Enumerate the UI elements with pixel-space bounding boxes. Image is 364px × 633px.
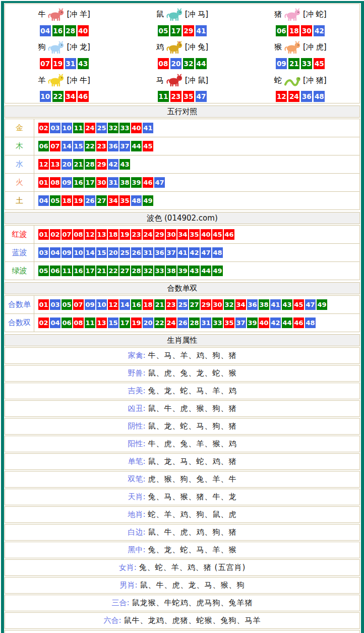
row-numbers: 0204060811131517192022242628313335373940… <box>34 314 316 332</box>
number-ball: 25 <box>96 123 107 133</box>
number-ball: 43 <box>78 58 89 69</box>
attribute-row: 单笔:鼠、龙、马、蛇、鸡、猪 <box>5 453 360 470</box>
number-ball: 02 <box>38 318 49 328</box>
attribute-row: 琴:兔蛇鸡棋:鼠牛狗书:虎龙马画:羊猴猪 <box>5 630 360 633</box>
number-ball: 20 <box>108 247 118 258</box>
number-ball: 35 <box>189 229 200 240</box>
number-ball: 42 <box>108 159 118 170</box>
number-ball: 23 <box>166 299 176 310</box>
attribute-segment: 阳性:牛、虎、兔、羊、猴、鸡 <box>128 439 236 449</box>
section-title-shengxiao: 生肖属性 <box>167 336 198 345</box>
number-ball: 14 <box>85 247 95 258</box>
number-ball: 31 <box>201 318 211 328</box>
attribute-row: 双笔:虎、猴、狗、兔、羊、牛 <box>5 471 360 488</box>
number-row: 火0108091617303138394647 <box>5 173 359 191</box>
number-ball: 13 <box>96 318 107 328</box>
attribute-segment: 单笔:鼠、龙、马、蛇、鸡、猪 <box>128 457 236 466</box>
number-row: 水1213202128294243 <box>5 155 359 173</box>
section-header-wuxing: 五行对照 <box>5 106 360 118</box>
number-ball: 13 <box>96 229 107 240</box>
number-ball: 29 <box>96 159 107 170</box>
section-title-wuxing: 五行对照 <box>167 107 198 117</box>
number-ball: 21 <box>288 58 299 69</box>
number-ball: 29 <box>201 299 211 310</box>
content: 牛[冲 羊]04162840鼠[冲 马]05172941猪[冲 蛇]061830… <box>5 4 360 633</box>
attribute-row: 天肖:兔、马、猴、猪、牛、龙 <box>5 489 360 505</box>
number-ball: 31 <box>143 247 153 258</box>
attribute-label: 家禽: <box>128 351 145 360</box>
attribute-segment: 三合:鼠龙猴、牛蛇鸡、虎马狗、兔羊猪 <box>111 598 253 608</box>
attribute-row: 六合:鼠牛、龙鸡、虎猪、蛇猴、兔狗、马羊 <box>5 612 360 629</box>
number-ball: 28 <box>65 25 76 36</box>
attribute-label: 地肖: <box>128 510 145 519</box>
attribute-label: 凶丑: <box>128 404 145 413</box>
number-ball: 12 <box>276 91 287 102</box>
row-label: 木 <box>5 137 34 155</box>
number-ball: 11 <box>73 123 84 133</box>
attribute-label: 双笔: <box>128 474 145 484</box>
number-ball: 13 <box>50 159 60 170</box>
number-ball: 04 <box>40 25 51 36</box>
attribute-row: 野兽:鼠、虎、兔、龙、蛇、猴 <box>5 365 360 382</box>
number-ball: 28 <box>85 159 95 170</box>
number-ball: 33 <box>119 123 130 133</box>
attribute-segment: 白边:鼠、牛、虎、鸡、狗、猪 <box>128 528 236 537</box>
row-label: 水 <box>5 155 34 173</box>
number-ball: 43 <box>119 159 130 170</box>
zodiac-name: 蛇 <box>274 76 282 85</box>
zodiac-clash-label: [冲 蛇] <box>303 10 326 19</box>
attribute-row: 男肖:鼠、牛、虎、龙、马、猴、狗 <box>5 577 360 594</box>
zodiac-header: 马[冲 鼠] <box>156 72 208 89</box>
row-label: 红波 <box>5 226 34 243</box>
number-ball: 12 <box>108 299 118 310</box>
attribute-segment: 阴性:鼠、龙、蛇、马、狗、猪 <box>128 421 236 431</box>
zodiac-cell: 鸡[冲 兔]08203244 <box>123 37 241 70</box>
attribute-label: 吉美: <box>128 386 145 396</box>
attribute-segment: 家禽:牛、马、羊、鸡、狗、猪 <box>128 351 236 360</box>
number-row: 合数双0204060811131517192022242628313335373… <box>5 313 359 332</box>
number-ball: 22 <box>154 318 165 328</box>
row-numbers: 02031011242532334041 <box>34 119 153 137</box>
zodiac-header: 蛇[冲 猪] <box>274 72 326 89</box>
zodiac-name: 狗 <box>38 42 45 52</box>
number-ball: 20 <box>170 58 181 69</box>
number-ball: 14 <box>62 141 72 151</box>
attribute-segment: 凶丑:鼠、牛、虎、猴、狗、猪 <box>128 404 236 413</box>
number-ball: 18 <box>62 195 72 206</box>
attribute-value: 鼠龙猴、牛蛇鸡、虎马狗、兔羊猪 <box>132 598 253 608</box>
section-title-bose: 波色 (014902.com) <box>147 214 218 223</box>
number-ball: 16 <box>52 25 64 36</box>
row-label: 火 <box>5 174 34 191</box>
number-ball: 44 <box>201 266 211 276</box>
number-ball: 35 <box>119 195 130 206</box>
zodiac-numbers: 09213345 <box>276 58 325 69</box>
number-ball: 15 <box>96 247 107 258</box>
number-ball: 44 <box>131 141 142 151</box>
number-ball: 01 <box>38 229 49 240</box>
number-ball: 38 <box>119 177 130 188</box>
number-ball: 07 <box>73 299 84 310</box>
row-numbers: 1213202128294243 <box>34 155 130 173</box>
attribute-segment: 黑中:兔、龙、蛇、马、羊、猴 <box>128 545 236 555</box>
number-row: 红波0102070812131819232429303435404546 <box>5 226 359 243</box>
number-ball: 44 <box>282 318 292 328</box>
number-ball: 17 <box>85 177 95 188</box>
number-ball: 23 <box>96 141 107 151</box>
section-header-heshu: 合数单双 <box>5 282 360 294</box>
section-header-shengxiao: 生肖属性 <box>5 334 360 346</box>
monkey-icon <box>283 40 301 55</box>
number-ball: 05 <box>158 25 169 36</box>
number-ball: 34 <box>65 91 76 102</box>
row-numbers: 03040910141520252631363741424748 <box>34 244 223 261</box>
number-ball: 19 <box>52 58 64 69</box>
zodiac-cell: 马[冲 鼠]11233547 <box>123 70 241 103</box>
number-ball: 05 <box>50 195 60 206</box>
attribute-label: 野兽: <box>128 368 145 378</box>
number-ball: 31 <box>65 58 76 69</box>
zodiac-name: 猪 <box>274 10 282 19</box>
number-ball: 27 <box>119 266 130 276</box>
number-ball: 36 <box>247 299 258 310</box>
attribute-value: 虎、猴、狗、兔、羊、牛 <box>148 474 237 484</box>
row-label: 金 <box>5 119 34 137</box>
number-ball: 34 <box>177 229 188 240</box>
